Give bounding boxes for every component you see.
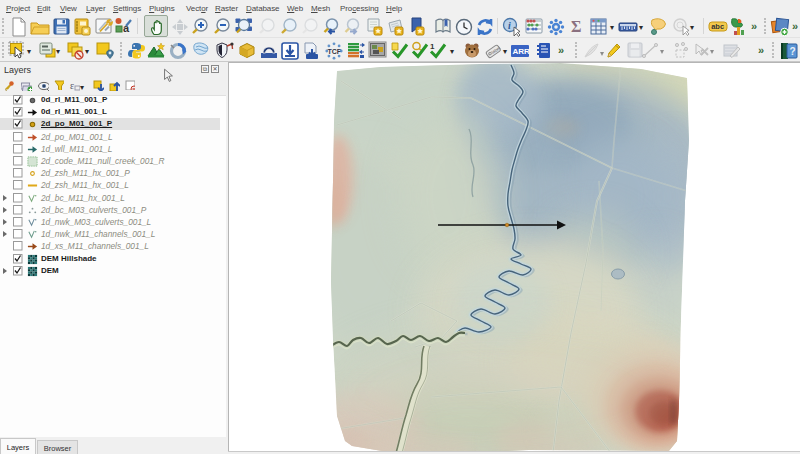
svg-text:i: i (508, 20, 511, 31)
svg-text:1: 1 (430, 42, 435, 51)
svg-text:Σ: Σ (571, 18, 581, 35)
svg-text:abc: abc (711, 22, 724, 31)
svg-text:ARR: ARR (513, 47, 531, 56)
svg-text:?: ? (790, 46, 796, 57)
svg-text:ε: ε (70, 80, 74, 91)
svg-text:TCF: TCF (328, 48, 342, 55)
